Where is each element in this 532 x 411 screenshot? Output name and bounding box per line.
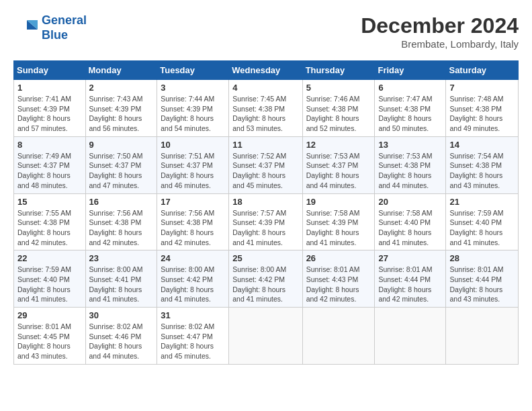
cell-info: Sunrise: 7:50 AMSunset: 4:37 PMDaylight:… xyxy=(89,151,154,191)
day-number: 19 xyxy=(306,197,371,207)
page-header: General Blue December 2024 Brembate, Lom… xyxy=(13,13,519,50)
cell-info: Sunrise: 7:57 AMSunset: 4:39 PMDaylight:… xyxy=(232,208,298,248)
cell-info: Sunrise: 7:56 AMSunset: 4:38 PMDaylight:… xyxy=(161,208,225,248)
day-number: 16 xyxy=(89,197,154,207)
calendar-cell: 15Sunrise: 7:55 AMSunset: 4:38 PMDayligh… xyxy=(14,193,86,250)
day-number: 18 xyxy=(232,197,298,207)
cell-info: Sunrise: 7:49 AMSunset: 4:37 PMDaylight:… xyxy=(17,151,82,191)
cell-info: Sunrise: 7:46 AMSunset: 4:38 PMDaylight:… xyxy=(306,94,371,134)
cell-info: Sunrise: 7:48 AMSunset: 4:38 PMDaylight:… xyxy=(449,94,515,134)
cell-info: Sunrise: 8:01 AMSunset: 4:43 PMDaylight:… xyxy=(306,265,371,304)
calendar-cell: 25Sunrise: 8:00 AMSunset: 4:42 PMDayligh… xyxy=(229,250,302,308)
calendar-cell: 21Sunrise: 7:59 AMSunset: 4:40 PMDayligh… xyxy=(446,193,519,250)
day-number: 4 xyxy=(232,83,298,93)
calendar-cell: 9Sunrise: 7:50 AMSunset: 4:37 PMDaylight… xyxy=(85,136,157,193)
day-number: 12 xyxy=(306,140,371,150)
day-number: 15 xyxy=(17,197,82,207)
day-number: 26 xyxy=(306,253,371,263)
calendar-cell: 24Sunrise: 8:00 AMSunset: 4:42 PMDayligh… xyxy=(157,250,229,308)
cell-info: Sunrise: 7:58 AMSunset: 4:40 PMDaylight:… xyxy=(378,208,442,248)
day-number: 22 xyxy=(17,253,82,263)
day-number: 29 xyxy=(17,310,82,320)
day-number: 3 xyxy=(161,83,225,93)
cell-info: Sunrise: 7:51 AMSunset: 4:37 PMDaylight:… xyxy=(161,151,225,191)
day-number: 6 xyxy=(378,83,442,93)
calendar-cell: 26Sunrise: 8:01 AMSunset: 4:43 PMDayligh… xyxy=(302,250,375,308)
calendar-cell: 2Sunrise: 7:43 AMSunset: 4:39 PMDaylight… xyxy=(85,80,157,137)
calendar-cell: 13Sunrise: 7:53 AMSunset: 4:38 PMDayligh… xyxy=(375,136,446,193)
day-number: 14 xyxy=(449,140,515,150)
logo-text: General Blue xyxy=(42,13,87,42)
weekday-header-sunday: Sunday xyxy=(14,61,86,80)
weekday-header-tuesday: Tuesday xyxy=(157,61,229,80)
cell-info: Sunrise: 7:53 AMSunset: 4:37 PMDaylight:… xyxy=(306,151,371,191)
calendar-cell: 5Sunrise: 7:46 AMSunset: 4:38 PMDaylight… xyxy=(302,80,375,137)
weekday-header-saturday: Saturday xyxy=(446,61,519,80)
calendar-cell: 19Sunrise: 7:58 AMSunset: 4:39 PMDayligh… xyxy=(302,193,375,250)
cell-info: Sunrise: 7:43 AMSunset: 4:39 PMDaylight:… xyxy=(89,94,154,134)
day-number: 20 xyxy=(378,197,442,207)
cell-info: Sunrise: 8:00 AMSunset: 4:41 PMDaylight:… xyxy=(89,265,154,304)
calendar-week-row: 29Sunrise: 8:01 AMSunset: 4:45 PMDayligh… xyxy=(14,308,519,365)
cell-info: Sunrise: 8:01 AMSunset: 4:44 PMDaylight:… xyxy=(449,265,515,304)
logo-icon xyxy=(13,16,38,40)
cell-info: Sunrise: 7:45 AMSunset: 4:38 PMDaylight:… xyxy=(232,94,298,134)
calendar-cell: 22Sunrise: 7:59 AMSunset: 4:40 PMDayligh… xyxy=(14,250,86,308)
day-number: 25 xyxy=(232,253,298,263)
calendar-cell xyxy=(229,308,302,365)
month-title: December 2024 xyxy=(361,13,519,38)
day-number: 10 xyxy=(161,140,225,150)
logo-line2: Blue xyxy=(42,28,68,42)
weekday-header-thursday: Thursday xyxy=(302,61,375,80)
calendar-cell: 14Sunrise: 7:54 AMSunset: 4:38 PMDayligh… xyxy=(446,136,519,193)
day-number: 11 xyxy=(232,140,298,150)
calendar-week-row: 15Sunrise: 7:55 AMSunset: 4:38 PMDayligh… xyxy=(14,193,519,250)
day-number: 21 xyxy=(449,197,515,207)
calendar-cell: 31Sunrise: 8:02 AMSunset: 4:47 PMDayligh… xyxy=(157,308,229,365)
calendar-cell: 16Sunrise: 7:56 AMSunset: 4:38 PMDayligh… xyxy=(85,193,157,250)
calendar-week-row: 22Sunrise: 7:59 AMSunset: 4:40 PMDayligh… xyxy=(14,250,519,308)
day-number: 30 xyxy=(89,310,154,320)
location-subtitle: Brembate, Lombardy, Italy xyxy=(361,38,519,50)
cell-info: Sunrise: 7:52 AMSunset: 4:37 PMDaylight:… xyxy=(232,151,298,191)
calendar-cell: 23Sunrise: 8:00 AMSunset: 4:41 PMDayligh… xyxy=(85,250,157,308)
day-number: 27 xyxy=(378,253,442,263)
calendar-cell xyxy=(375,308,446,365)
calendar-cell: 12Sunrise: 7:53 AMSunset: 4:37 PMDayligh… xyxy=(302,136,375,193)
calendar-cell xyxy=(446,308,519,365)
calendar-cell: 30Sunrise: 8:02 AMSunset: 4:46 PMDayligh… xyxy=(85,308,157,365)
weekday-header-monday: Monday xyxy=(85,61,157,80)
day-number: 2 xyxy=(89,83,154,93)
day-number: 24 xyxy=(161,253,225,263)
title-block: December 2024 Brembate, Lombardy, Italy xyxy=(361,13,519,50)
cell-info: Sunrise: 8:01 AMSunset: 4:45 PMDaylight:… xyxy=(17,322,82,361)
cell-info: Sunrise: 7:44 AMSunset: 4:39 PMDaylight:… xyxy=(161,94,225,134)
calendar-cell: 18Sunrise: 7:57 AMSunset: 4:39 PMDayligh… xyxy=(229,193,302,250)
cell-info: Sunrise: 8:02 AMSunset: 4:47 PMDaylight:… xyxy=(161,322,225,361)
cell-info: Sunrise: 7:55 AMSunset: 4:38 PMDaylight:… xyxy=(17,208,82,248)
calendar-cell: 11Sunrise: 7:52 AMSunset: 4:37 PMDayligh… xyxy=(229,136,302,193)
calendar-header-row: SundayMondayTuesdayWednesdayThursdayFrid… xyxy=(14,61,519,80)
weekday-header-wednesday: Wednesday xyxy=(229,61,302,80)
day-number: 13 xyxy=(378,140,442,150)
cell-info: Sunrise: 7:56 AMSunset: 4:38 PMDaylight:… xyxy=(89,208,154,248)
cell-info: Sunrise: 8:00 AMSunset: 4:42 PMDaylight:… xyxy=(232,265,298,304)
calendar-cell: 8Sunrise: 7:49 AMSunset: 4:37 PMDaylight… xyxy=(14,136,86,193)
calendar-cell: 28Sunrise: 8:01 AMSunset: 4:44 PMDayligh… xyxy=(446,250,519,308)
calendar-cell: 10Sunrise: 7:51 AMSunset: 4:37 PMDayligh… xyxy=(157,136,229,193)
cell-info: Sunrise: 7:47 AMSunset: 4:38 PMDaylight:… xyxy=(378,94,442,134)
calendar-cell: 4Sunrise: 7:45 AMSunset: 4:38 PMDaylight… xyxy=(229,80,302,137)
day-number: 17 xyxy=(161,197,225,207)
day-number: 8 xyxy=(17,140,82,150)
cell-info: Sunrise: 8:00 AMSunset: 4:42 PMDaylight:… xyxy=(161,265,225,304)
cell-info: Sunrise: 7:59 AMSunset: 4:40 PMDaylight:… xyxy=(449,208,515,248)
cell-info: Sunrise: 8:02 AMSunset: 4:46 PMDaylight:… xyxy=(89,322,154,361)
calendar-table: SundayMondayTuesdayWednesdayThursdayFrid… xyxy=(13,60,519,365)
calendar-cell: 6Sunrise: 7:47 AMSunset: 4:38 PMDaylight… xyxy=(375,80,446,137)
calendar-cell: 3Sunrise: 7:44 AMSunset: 4:39 PMDaylight… xyxy=(157,80,229,137)
calendar-cell: 29Sunrise: 8:01 AMSunset: 4:45 PMDayligh… xyxy=(14,308,86,365)
calendar-cell: 1Sunrise: 7:41 AMSunset: 4:39 PMDaylight… xyxy=(14,80,86,137)
calendar-week-row: 8Sunrise: 7:49 AMSunset: 4:37 PMDaylight… xyxy=(14,136,519,193)
cell-info: Sunrise: 7:59 AMSunset: 4:40 PMDaylight:… xyxy=(17,265,82,304)
calendar-cell: 17Sunrise: 7:56 AMSunset: 4:38 PMDayligh… xyxy=(157,193,229,250)
